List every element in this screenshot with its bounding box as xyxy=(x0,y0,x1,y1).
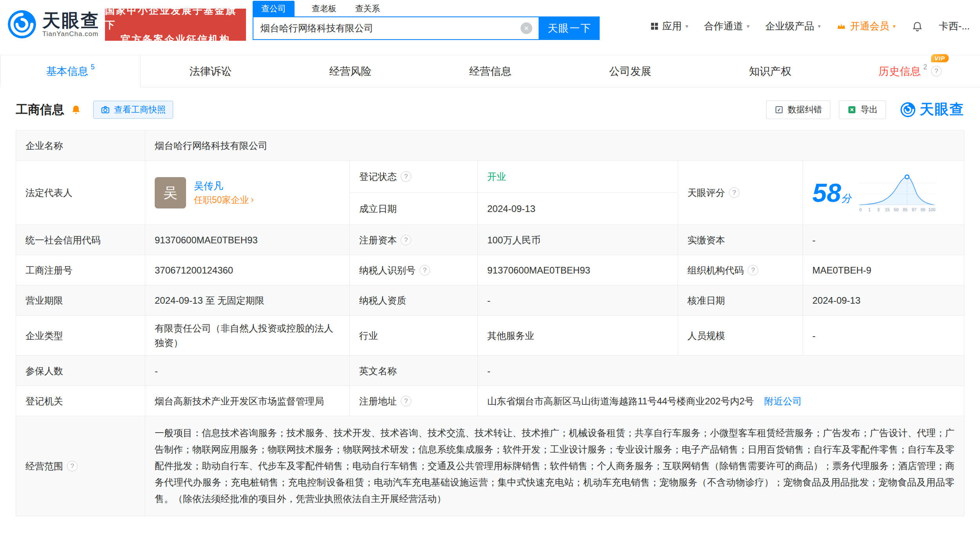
score-number-block: 58分 xyxy=(812,180,851,206)
snapshot-button[interactable]: 查看工商快照 xyxy=(93,101,173,119)
chevron-right-icon: › xyxy=(251,195,254,205)
tab-history-info[interactable]: 历史信息 2 ? VIP xyxy=(840,55,980,87)
score-distribution-chart: 0 1 3 15 50 85 97 99 100 xyxy=(858,172,936,214)
help-icon[interactable]: ? xyxy=(401,171,411,182)
search-tab-boss[interactable]: 查老板 xyxy=(310,1,338,16)
svg-text:50: 50 xyxy=(894,207,899,212)
chevron-down-icon: ▾ xyxy=(747,23,750,30)
field-label-business-scope: 经营范围 ? xyxy=(16,416,145,516)
reg-address-text: 山东省烟台市高新区马山街道海越路11号44号楼商业202号内2号 xyxy=(487,394,754,408)
chevron-down-icon: ▾ xyxy=(818,23,821,30)
field-value-reg-capital: 100万人民币 xyxy=(478,225,678,255)
nav-open-vip[interactable]: 开通会员 ▾ xyxy=(836,20,896,33)
field-value-company-type: 有限责任公司（非自然人投资或控股的法人独资） xyxy=(145,315,350,356)
nav-enterprise-label: 企业级产品 xyxy=(765,20,814,33)
field-label-insured-count: 参保人数 xyxy=(16,356,145,386)
apps-grid-icon xyxy=(650,22,659,31)
nav-enterprise[interactable]: 企业级产品 ▾ xyxy=(765,20,821,33)
brand-watermark-text: 天眼查 xyxy=(920,100,964,119)
field-label-taxpayer-id: 纳税人识别号 ? xyxy=(350,255,478,285)
nearby-companies-link[interactable]: 附近公司 xyxy=(764,394,802,408)
svg-text:85: 85 xyxy=(903,207,908,212)
table-row: 参保人数 - 英文名称 - xyxy=(16,356,964,386)
crown-icon xyxy=(836,21,846,31)
logo-domain: TianYanCha.com xyxy=(42,30,100,38)
field-label-reg-authority: 登记机关 xyxy=(16,386,145,416)
nav-apps-label: 应用 xyxy=(662,20,682,33)
brand-watermark: 天眼查 xyxy=(900,100,964,119)
field-value-reg-status: 开业 xyxy=(478,161,678,193)
help-icon[interactable]: ? xyxy=(748,265,758,275)
field-value-insured-count: - xyxy=(145,356,350,386)
clear-search-icon[interactable]: ✕ xyxy=(521,22,532,34)
field-value-english-name: - xyxy=(478,356,964,386)
tab-history-info-count: 2 xyxy=(923,63,927,71)
search-tab-company[interactable]: 查公司 xyxy=(253,1,295,16)
svg-text:3: 3 xyxy=(877,207,880,212)
gov-badge-line1: 国家中小企业发展子基金旗下 xyxy=(105,3,246,32)
tab-business-risk-label: 经营风险 xyxy=(329,64,372,78)
field-label-legal-rep: 法定代表人 xyxy=(16,161,145,225)
edit-icon xyxy=(774,105,784,114)
table-row: 法定代表人 吴 吴传凡 任职50家企业 › 登记状态 ? 开业 成立日期 202… xyxy=(16,161,964,225)
nav-apps[interactable]: 应用 ▾ xyxy=(650,20,689,33)
svg-text:15: 15 xyxy=(885,207,890,212)
notification-bell-icon[interactable] xyxy=(911,20,923,32)
field-label-business-term: 营业期限 xyxy=(16,285,145,315)
data-correction-button[interactable]: 数据纠错 xyxy=(766,100,830,119)
tab-legal-litigation[interactable]: 法律诉讼 xyxy=(141,55,280,87)
nav-partner-label: 合作通道 xyxy=(704,20,743,33)
field-label-org-code: 组织机构代码 ? xyxy=(678,255,803,285)
logo-title: 天眼查 xyxy=(42,11,100,31)
field-label-reg-capital: 注册资本 ? xyxy=(350,225,478,255)
data-correction-label: 数据纠错 xyxy=(788,104,822,116)
top-nav: 应用 ▾ 合作通道 ▾ 企业级产品 ▾ 开通会员 ▾ 卡西-... xyxy=(650,20,970,33)
user-menu[interactable]: 卡西-... xyxy=(939,20,970,33)
field-value-taxpayer-quality: - xyxy=(478,285,678,315)
search-button[interactable]: 天眼一下 xyxy=(539,16,600,40)
tab-business-risk[interactable]: 经营风险 xyxy=(280,55,420,87)
svg-text:1: 1 xyxy=(868,207,871,212)
field-value-paid-capital: - xyxy=(803,225,964,255)
export-button[interactable]: 导出 xyxy=(839,100,886,119)
export-label: 导出 xyxy=(861,104,878,116)
help-icon[interactable]: ? xyxy=(67,461,78,471)
gov-certification-badge: 国家中小企业发展子基金旗下 官方备案企业征信机构 xyxy=(105,9,246,41)
reg-status-label-text: 登记状态 xyxy=(359,169,397,184)
tab-intellectual-property[interactable]: 知识产权 xyxy=(700,55,840,87)
chevron-down-icon: ▾ xyxy=(893,23,896,30)
svg-text:100: 100 xyxy=(928,207,935,212)
legal-rep-name-link[interactable]: 吴传凡 xyxy=(194,180,254,192)
field-label-reg-address: 注册地址 ? xyxy=(350,386,478,416)
field-label-approval-date: 核准日期 xyxy=(678,285,803,315)
reg-address-label-text: 注册地址 xyxy=(359,394,397,408)
section-toolbar: 工商信息 查看工商快照 数据纠错 导出 天眼查 xyxy=(0,87,980,130)
monitor-bell-icon[interactable] xyxy=(71,104,81,115)
table-row: 工商注册号 370671200124360 纳税人识别号 ? 91370600M… xyxy=(16,255,964,285)
nav-partner[interactable]: 合作通道 ▾ xyxy=(704,20,750,33)
tab-company-development-label: 公司发展 xyxy=(609,64,651,78)
field-value-taxpayer-id: 91370600MAE0TBEH93 xyxy=(478,255,678,285)
gov-badge-line2: 官方备案企业征信机构 xyxy=(121,32,230,47)
help-icon[interactable]: ? xyxy=(401,396,411,406)
legal-rep-positions-link[interactable]: 任职50家企业 › xyxy=(194,195,254,206)
help-icon[interactable]: ? xyxy=(931,66,942,76)
field-label-establish-date: 成立日期 xyxy=(350,193,478,225)
tab-business-info[interactable]: 经营信息 xyxy=(420,55,560,87)
tianyancha-logo[interactable]: 天眼查 TianYanCha.com xyxy=(7,9,100,39)
help-icon[interactable]: ? xyxy=(419,265,430,275)
field-label-reg-number: 工商注册号 xyxy=(16,255,145,285)
field-value-org-code: MAE0TBEH-9 xyxy=(803,255,964,285)
help-icon[interactable]: ? xyxy=(401,235,411,245)
taxpayer-id-label-text: 纳税人识别号 xyxy=(359,263,416,277)
help-icon[interactable]: ? xyxy=(729,187,740,198)
nav-vip-label: 开通会员 xyxy=(850,20,889,33)
search-tab-relation[interactable]: 查关系 xyxy=(354,1,382,16)
field-value-staff-size: - xyxy=(803,315,964,356)
legal-rep-avatar[interactable]: 吴 xyxy=(155,177,186,208)
search-input[interactable] xyxy=(253,17,539,39)
tab-company-development[interactable]: 公司发展 xyxy=(561,55,700,87)
field-label-taxpayer-quality: 纳税人资质 xyxy=(350,285,478,315)
tab-basic-info[interactable]: 基本信息 5 xyxy=(0,55,141,87)
field-value-reg-number: 370671200124360 xyxy=(145,255,350,285)
